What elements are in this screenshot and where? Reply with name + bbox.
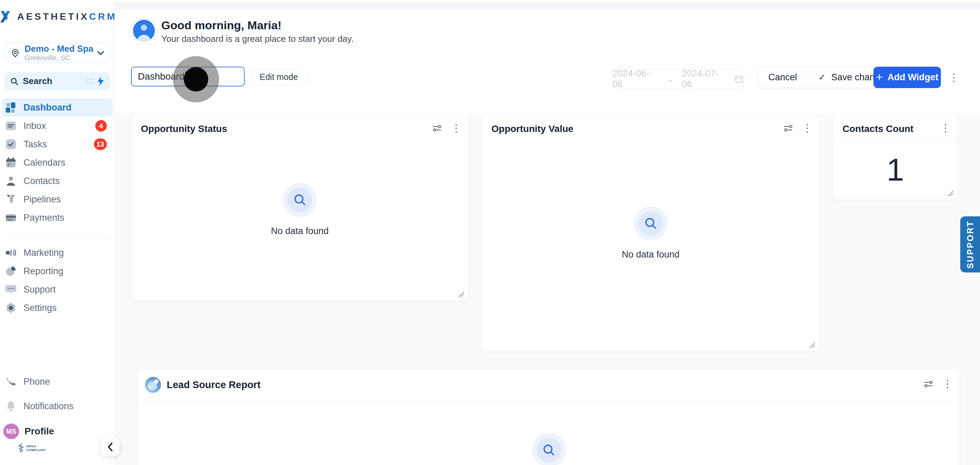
sidebar-item-reporting[interactable]: Reporting [0,262,115,280]
search-input[interactable]: Search [5,72,110,90]
sidebar-item-tasks[interactable]: Tasks 13 [0,135,115,153]
brand-name: AESTHETIXCRM [18,11,117,22]
sidebar-item-label: Settings [24,303,57,313]
chat-bubble-icon [5,283,17,295]
toolbar-overflow-menu[interactable]: ⋮ [947,67,961,88]
dashboard-name-input[interactable]: Dashboard [131,67,245,86]
user-avatar-icon [133,20,155,41]
widget-opportunity-status: Opportunity Status ⋮ No data found [131,114,469,301]
sidebar-item-calendars[interactable]: Calendars [0,153,115,172]
kebab-icon: ⋮ [949,72,959,83]
sidebar-collapse-button[interactable] [101,438,119,456]
sidebar: AESTHETIXCRM Demo - Med Spa Greenville, … [0,0,115,465]
sidebar-item-pipelines[interactable]: Pipelines [0,190,115,208]
edit-mode-button[interactable]: Edit mode [250,69,308,85]
sidebar-divider [5,238,110,238]
sidebar-item-label: Marketing [24,248,64,258]
add-widget-button[interactable]: + Add Widget [873,67,941,88]
date-start: 2024-06-06 [612,68,658,89]
sidebar-item-label: Phone [24,376,50,387]
location-subtitle: Greenville, SC [24,54,97,62]
widget-menu-icon[interactable]: ⋮ [940,123,951,133]
sidebar-item-inbox[interactable]: Inbox 4 [0,117,115,135]
chevron-left-icon [107,442,114,452]
sidebar-item-notifications[interactable]: Notifications [0,397,115,415]
support-tab[interactable]: SUPPORT [960,216,980,273]
calendar-icon [5,157,17,169]
sidebar-item-label: Tasks [24,139,47,150]
widget-menu-icon[interactable]: ⋮ [451,123,461,133]
sidebar-item-contacts[interactable]: Contacts [0,172,115,190]
widget-contacts-count: Contacts Count ⋮ 1 [833,114,958,200]
text-caret [185,71,186,82]
sidebar-item-label: Inbox [24,121,46,131]
no-data-search-icon [283,183,317,217]
main-content: Good morning, Maria! Your dashboard is a… [115,0,980,465]
bell-icon [5,400,17,412]
widget-lead-source-report: Lead Source Report ⋮ [138,369,960,465]
cancel-button[interactable]: Cancel [757,67,808,88]
arrow-right-icon: → [665,74,675,84]
date-end: 2024-07-06 [682,68,727,89]
widget-title: Opportunity Status [141,124,227,134]
contacts-count-value: 1 [833,140,958,200]
resize-handle-icon[interactable] [808,341,816,349]
avatar: MS [3,424,19,439]
sidebar-item-label: Calendars [24,157,65,168]
phone-icon [5,376,17,388]
widget-title: Contacts Count [843,124,913,134]
pie-chart-icon [5,265,17,277]
location-text: Demo - Med Spa Greenville, SC [24,44,97,62]
inbox-badge: 4 [95,120,107,132]
brand-logo-icon [0,9,13,24]
plus-icon: + [876,71,883,83]
sidebar-item-label: Pipelines [24,194,61,205]
check-icon: ✓ [818,72,826,83]
sidebar-item-settings[interactable]: Settings [0,299,115,317]
sidebar-item-phone[interactable]: Phone [0,373,115,391]
widget-title: Lead Source Report [167,379,261,390]
bolt-icon [97,76,105,86]
hipaa-compliant-logo: ⚕ HIPAA COMPLIANT [18,442,46,454]
credit-card-icon [5,211,17,224]
sidebar-item-payments[interactable]: Payments [0,208,115,227]
empty-state: No data found [271,183,329,236]
filter-sliders-icon[interactable] [432,123,442,133]
widget-opportunity-value: Opportunity Value ⋮ No data found [482,114,820,352]
sidebar-item-marketing[interactable]: Marketing [0,244,115,262]
brand-logo: AESTHETIXCRM [0,9,115,24]
location-selector[interactable]: Demo - Med Spa Greenville, SC [5,43,110,63]
funnel-icon [5,193,17,205]
widget-header-divider [138,401,959,401]
sidebar-item-profile[interactable]: MS Profile [0,421,115,442]
no-data-search-icon [633,206,668,241]
sidebar-item-label: Reporting [24,266,63,276]
sidebar-item-label: Contacts [24,176,60,186]
sidebar-item-label: Payments [24,213,64,223]
empty-state: No data found [622,206,679,260]
sidebar-item-support[interactable]: Support [0,280,115,299]
search-icon [10,77,19,86]
sidebar-nav-primary: Dashboard Inbox 4 Tasks 13 Calendars [0,98,115,227]
megaphone-icon [5,247,17,259]
resize-handle-icon[interactable] [457,290,465,298]
sidebar-item-label: Support [24,284,56,295]
dashboard-grid-icon [5,102,17,114]
resize-handle-icon[interactable] [947,189,954,197]
gear-icon [5,302,17,314]
search-label: Search [23,76,85,86]
widget-menu-icon[interactable]: ⋮ [802,123,813,133]
filter-sliders-icon[interactable] [923,379,933,389]
calendar-outline-icon [734,74,744,84]
date-range-picker[interactable]: 2024-06-06 → 2024-07-06 [612,69,744,89]
page-subtitle: Your dashboard is a great place to start… [161,34,353,44]
filter-sliders-icon[interactable] [783,123,793,133]
hipaa-text: HIPAA COMPLIANT [26,444,46,452]
empty-state [532,433,566,465]
sidebar-item-dashboard[interactable]: Dashboard [2,98,113,117]
top-strip [115,0,980,2]
inbox-icon [5,120,17,132]
contact-person-icon [5,175,17,187]
caduceus-icon: ⚕ [18,442,24,454]
widget-menu-icon[interactable]: ⋮ [942,379,953,389]
